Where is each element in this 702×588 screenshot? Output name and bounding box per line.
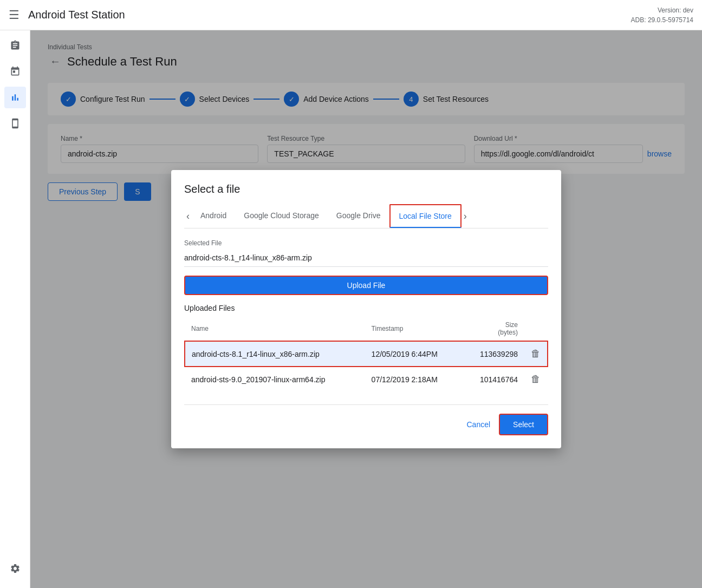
select-button[interactable]: Select (499, 414, 548, 435)
col-name: Name (185, 317, 365, 341)
version-info: Version: dev ADB: 29.0.5-5975714 (631, 5, 693, 25)
sidebar-icon-clipboard[interactable] (4, 35, 26, 56)
modal-overlay: Select a file ‹ Android Google Cloud Sto… (30, 30, 702, 588)
file-size-2: 101416764 (462, 367, 524, 391)
main-content: Individual Tests ← Schedule a Test Run ✓… (30, 30, 702, 588)
selected-file-input[interactable] (184, 249, 548, 267)
col-action (524, 317, 548, 341)
uploaded-files-title: Uploaded Files (184, 304, 548, 312)
topbar: ☰ Android Test Station Version: dev ADB:… (0, 0, 702, 30)
sidebar (0, 30, 30, 588)
main-layout: Individual Tests ← Schedule a Test Run ✓… (0, 30, 702, 588)
file-delete-2[interactable]: 🗑 (524, 367, 548, 391)
app-title: Android Test Station (28, 9, 125, 21)
modal-title: Select a file (184, 183, 548, 195)
file-row-2[interactable]: android-sts-9.0_201907-linux-arm64.zip 0… (185, 367, 548, 391)
tab-local-file-store[interactable]: Local File Store (389, 204, 461, 228)
files-table-header-row: Name Timestamp Size (bytes) (185, 317, 548, 341)
modal-footer: Cancel Select (184, 404, 548, 435)
delete-icon-2[interactable]: 🗑 (531, 374, 541, 384)
modal-tabs: ‹ Android Google Cloud Storage Google Dr… (184, 204, 548, 228)
upload-file-button[interactable]: Upload File (184, 276, 548, 295)
sidebar-icon-settings[interactable] (4, 558, 26, 579)
selected-file-label: Selected File (184, 239, 548, 247)
delete-icon-1[interactable]: 🗑 (531, 348, 541, 359)
sidebar-icon-calendar[interactable] (4, 61, 26, 82)
file-timestamp-1: 12/05/2019 6:44PM (365, 341, 462, 367)
col-timestamp: Timestamp (365, 317, 462, 341)
menu-icon[interactable]: ☰ (9, 8, 20, 22)
file-delete-1[interactable]: 🗑 (524, 341, 548, 367)
file-name-1: android-cts-8.1_r14-linux_x86-arm.zip (185, 341, 365, 367)
tab-prev-button[interactable]: ‹ (184, 206, 192, 226)
file-select-modal: Select a file ‹ Android Google Cloud Sto… (171, 170, 561, 448)
sidebar-icon-phone[interactable] (4, 113, 26, 134)
tab-next-button[interactable]: › (461, 206, 469, 226)
file-size-1: 113639298 (462, 341, 524, 367)
file-name-2: android-sts-9.0_201907-linux-arm64.zip (185, 367, 365, 391)
files-table-body: android-cts-8.1_r14-linux_x86-arm.zip 12… (185, 341, 548, 391)
col-size: Size (bytes) (462, 317, 524, 341)
selected-file-section: Selected File (184, 239, 548, 267)
tab-google-cloud[interactable]: Google Cloud Storage (235, 205, 328, 227)
files-table-header: Name Timestamp Size (bytes) (185, 317, 548, 341)
file-row-selected[interactable]: android-cts-8.1_r14-linux_x86-arm.zip 12… (185, 341, 548, 367)
cancel-button[interactable]: Cancel (466, 420, 490, 429)
files-table: Name Timestamp Size (bytes) android-cts-… (184, 317, 548, 391)
sidebar-icon-chart[interactable] (4, 87, 26, 108)
file-timestamp-2: 07/12/2019 2:18AM (365, 367, 462, 391)
tab-google-drive[interactable]: Google Drive (328, 205, 389, 227)
tab-android[interactable]: Android (192, 205, 235, 227)
